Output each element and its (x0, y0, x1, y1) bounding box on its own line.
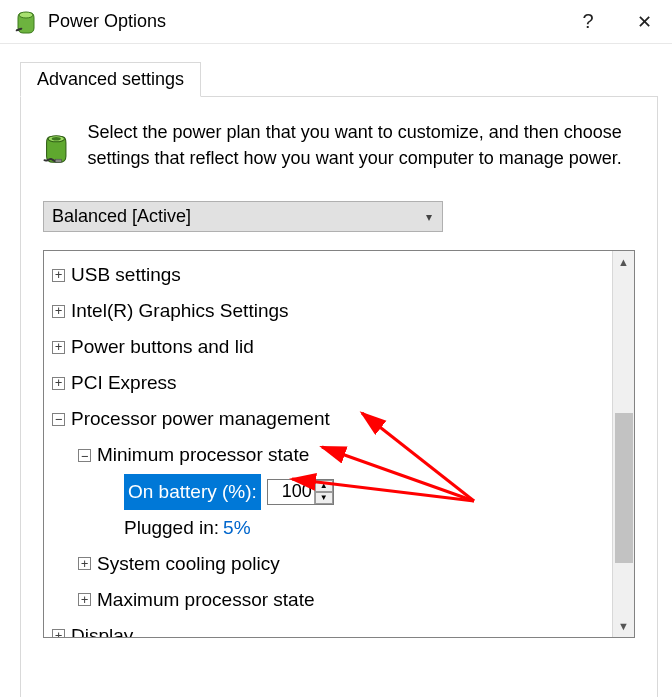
tree-item-usb[interactable]: + USB settings (52, 257, 608, 293)
tree-item-plugged-in[interactable]: Plugged in: 5% (124, 510, 608, 546)
tree-item-pci-express[interactable]: + PCI Express (52, 365, 608, 401)
intro-text: Select the power plan that you want to c… (88, 119, 635, 179)
tree-item-intel-graphics[interactable]: + Intel(R) Graphics Settings (52, 293, 608, 329)
expand-icon[interactable]: + (52, 377, 65, 390)
tree-item-display[interactable]: + Display (52, 618, 608, 637)
tree-item-on-battery[interactable]: On battery (%): ▲ ▼ (124, 474, 608, 510)
tree-item-power-buttons[interactable]: + Power buttons and lid (52, 329, 608, 365)
expand-icon[interactable]: + (78, 593, 91, 606)
tree-scrollbar[interactable]: ▲ ▼ (612, 251, 634, 637)
scroll-track[interactable] (613, 273, 635, 615)
tree-item-processor-power[interactable]: − Processor power management (52, 401, 608, 437)
svg-rect-3 (55, 159, 61, 162)
titlebar: Power Options ? ✕ (0, 0, 672, 44)
plugged-in-label: Plugged in: (124, 510, 219, 546)
tree-item-min-processor-state[interactable]: − Minimum processor state (78, 437, 608, 473)
help-button[interactable]: ? (560, 0, 616, 44)
power-plan-dropdown[interactable]: Balanced [Active] ▾ (43, 201, 443, 232)
expand-icon[interactable]: + (52, 629, 65, 637)
tab-panel: Select the power plan that you want to c… (20, 96, 658, 697)
scroll-thumb[interactable] (615, 413, 633, 563)
chevron-down-icon: ▾ (426, 210, 432, 224)
scroll-up-icon[interactable]: ▲ (613, 251, 635, 273)
svg-point-0 (19, 12, 33, 18)
collapse-icon[interactable]: − (78, 449, 91, 462)
power-plan-selected: Balanced [Active] (52, 206, 191, 227)
scroll-down-icon[interactable]: ▼ (613, 615, 635, 637)
spin-down-button[interactable]: ▼ (315, 492, 333, 504)
on-battery-input[interactable] (268, 480, 314, 504)
on-battery-label: On battery (%): (124, 474, 261, 510)
expand-icon[interactable]: + (78, 557, 91, 570)
tab-advanced-settings[interactable]: Advanced settings (20, 62, 201, 97)
expand-icon[interactable]: + (52, 269, 65, 282)
tree-item-max-processor-state[interactable]: + Maximum processor state (78, 582, 608, 618)
power-options-icon (14, 10, 38, 34)
expand-icon[interactable]: + (52, 305, 65, 318)
close-button[interactable]: ✕ (616, 0, 672, 44)
collapse-icon[interactable]: − (52, 413, 65, 426)
window-title: Power Options (48, 11, 560, 32)
svg-point-2 (52, 137, 61, 141)
on-battery-spinner[interactable]: ▲ ▼ (267, 479, 334, 505)
tree-item-system-cooling[interactable]: + System cooling policy (78, 546, 608, 582)
settings-tree: + USB settings + Intel(R) Graphics Setti… (43, 250, 635, 638)
power-plan-icon (43, 119, 70, 179)
plugged-in-value[interactable]: 5% (223, 510, 250, 546)
spin-up-button[interactable]: ▲ (315, 480, 333, 492)
expand-icon[interactable]: + (52, 341, 65, 354)
